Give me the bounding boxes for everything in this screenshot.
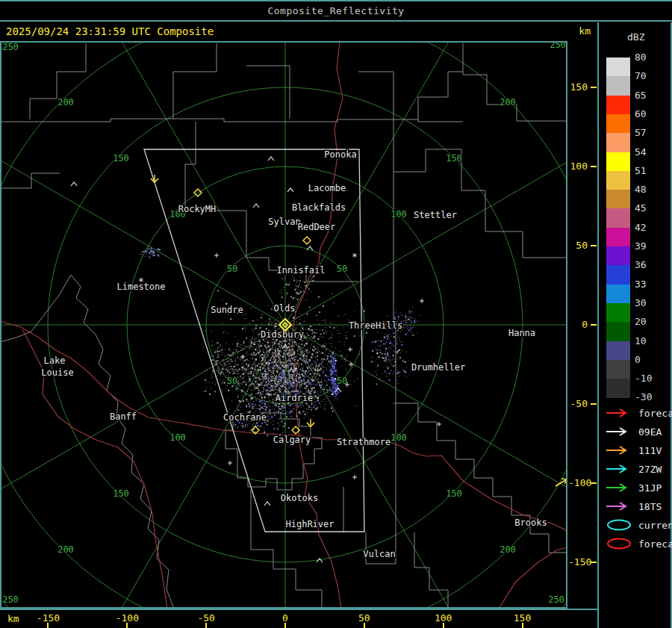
legend-arrow-icon	[605, 482, 633, 494]
legend-item-label: 09EA	[638, 426, 662, 438]
radar-map-svg: 2502502502502002002002001501501501501001…	[0, 41, 568, 609]
bottom-axis-tick-label: 0	[269, 612, 302, 624]
city-label-stettler: Stettler	[414, 210, 457, 220]
city-label-hanna: Hanna	[508, 328, 535, 338]
city-label-louise: Louise	[41, 367, 73, 378]
colorbar-value-label: 54	[635, 147, 665, 158]
right-axis-tick-label: -150	[568, 556, 588, 568]
right-axis-tick-label: 100	[568, 161, 588, 172]
window-title: Composite_Reflectivity	[267, 5, 404, 16]
asterisk-marker: *	[138, 276, 144, 287]
colorbar-value-label: 39	[635, 241, 665, 252]
bottom-axis-tick	[205, 623, 207, 628]
right-axis-tick	[591, 562, 597, 563]
colorbar-unit-label: dBZ	[627, 31, 644, 43]
colorbar-value-label: 65	[635, 90, 665, 101]
radar-map-canvas[interactable]: 2502502502502002002002001501501501501001…	[0, 41, 568, 609]
bottom-axis-tick-label: 100	[427, 612, 460, 624]
legend-item-09EA: 09EA	[605, 426, 662, 438]
city-label-didsbury: Didsbury	[261, 329, 304, 340]
window-titlebar: Composite_Reflectivity	[0, 0, 672, 22]
bottom-axis-tick-label: 150	[506, 612, 539, 624]
colorbar-swatch	[606, 76, 630, 96]
city-label-reddeer: RedDeer	[298, 222, 336, 232]
ring-label: 200	[57, 97, 74, 108]
city-label-sundre: Sundre	[211, 305, 243, 315]
colorbar-swatch	[606, 228, 630, 247]
ring-label: 150	[446, 153, 462, 164]
right-axis-tick-label: -50	[568, 398, 588, 410]
legend-item-label: forecast	[638, 408, 672, 419]
panel-divider	[597, 22, 599, 628]
colorbar-value-label: 70	[635, 71, 665, 81]
legend-item-31JP: 31JP	[605, 482, 662, 494]
bottom-axis-tick-label: -150	[31, 612, 64, 624]
bottom-axis-tick-label: -100	[111, 612, 143, 624]
bottom-axis-tick	[284, 623, 286, 628]
right-axis-tick	[591, 245, 597, 246]
legend-arrow-icon	[605, 463, 633, 475]
ring-label: 200	[57, 544, 74, 555]
colorbar-swatch	[606, 285, 630, 304]
legend-arrow-icon	[605, 407, 633, 419]
timestamp-label: 2025/09/24 23:31:59 UTC Composite	[6, 25, 214, 37]
bottom-axis-tick	[47, 623, 49, 628]
city-label-drumheller: Drumheller	[411, 362, 465, 373]
colorbar-value-label: 48	[635, 184, 665, 195]
colorbar-value-label: 45	[635, 203, 665, 214]
right-axis-tick-label: -100	[568, 477, 588, 489]
bottom-axis-tick	[126, 623, 128, 628]
colorbar-value-label: 80	[635, 52, 665, 63]
city-label-calgary: Calgary	[273, 435, 311, 445]
colorbar-swatch	[606, 303, 630, 323]
colorbar-value-label: 42	[635, 223, 665, 233]
legend-item-label: forecast	[638, 538, 672, 550]
colorbar-legend-panel: dBZ 807065605754514845423936333020100-10…	[602, 22, 671, 628]
legend-arrow-icon	[605, 444, 633, 456]
legend-item-label: 31JP	[638, 482, 662, 494]
colorbar-value-label: -10	[635, 373, 665, 384]
right-axis-tick	[591, 166, 597, 167]
bottom-axis-tick-label: -50	[190, 612, 223, 624]
right-axis-unit: km	[568, 25, 591, 37]
ring-label: 150	[446, 488, 462, 499]
colorbar-swatch	[606, 114, 630, 134]
right-axis-tick	[591, 482, 597, 484]
ring-label: 50	[227, 376, 237, 386]
city-label-threehills: ThreeHills	[349, 320, 402, 331]
colorbar-swatch	[606, 341, 630, 361]
right-axis-tick-label: 50	[568, 240, 588, 252]
colorbar-swatch	[606, 379, 630, 398]
ring-label: 200	[500, 97, 516, 108]
colorbar-value-label: 30	[635, 298, 665, 308]
colorbar-swatch	[606, 133, 630, 152]
city-label-ponoka: Ponoka	[324, 149, 356, 160]
bottom-axis-tick	[443, 623, 444, 628]
colorbar-value-label: 33	[635, 279, 665, 290]
city-label-lacombe: Lacombe	[308, 183, 346, 193]
city-label-airdrie: Airdrie	[276, 393, 314, 403]
ring-label: 150	[113, 153, 129, 164]
city-label-rockymh: RockyMH	[178, 204, 217, 214]
ring-label: 150	[113, 488, 129, 499]
colorbar-value-label: 60	[635, 109, 665, 119]
city-label-vulcan: Vulcan	[363, 549, 395, 559]
colorbar-value-label: 51	[635, 166, 665, 176]
legend-item-18TS: 18TS	[605, 500, 662, 512]
ring-label: 250	[2, 42, 19, 52]
colorbar-swatch	[606, 96, 630, 115]
ring-label: 100	[391, 432, 407, 443]
city-label-innisfail: Innisfail	[276, 265, 325, 276]
city-label-brooks: Brooks	[514, 517, 547, 528]
legend-item-forecast: forecast	[605, 538, 672, 550]
city-label-strathmore: Strathmore	[337, 437, 391, 447]
legend-item-111V: 111V	[605, 444, 662, 456]
ring-label: 200	[500, 544, 516, 555]
colorbar-swatch	[606, 208, 630, 228]
city-label-highriver: HighRiver	[285, 519, 334, 529]
legend-item-label: 18TS	[638, 501, 662, 512]
legend-item-27ZW: 27ZW	[605, 463, 662, 475]
city-label-blackfalds: Blackfalds	[292, 202, 346, 213]
legend-item-label: 111V	[638, 445, 662, 456]
colorbar-value-label: 36	[635, 260, 665, 270]
